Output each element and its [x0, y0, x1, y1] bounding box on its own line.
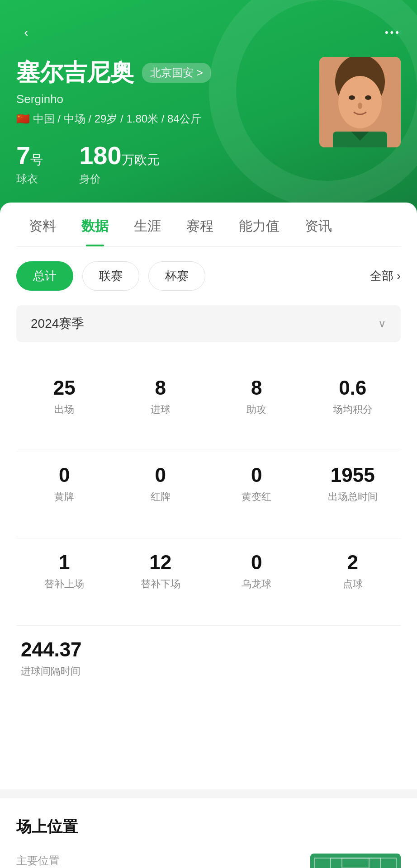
- field-position-section: 场上位置 主要位置 ST 前锋 二级位置 AM 进攻中场: [0, 798, 417, 868]
- filter-league[interactable]: 联赛: [82, 261, 139, 291]
- filter-total[interactable]: 总计: [16, 261, 73, 291]
- tabs-container: 资料 数据 生涯 赛程 能力值 资讯: [0, 203, 417, 247]
- primary-position-title: 主要位置: [16, 854, 283, 868]
- player-value-number: 180万欧元: [79, 141, 159, 170]
- stat-red-cards: 0 红牌: [113, 451, 209, 516]
- filter-cup[interactable]: 杯赛: [148, 261, 205, 291]
- stat-penalty: 2 点球: [305, 538, 401, 604]
- stat-yellow-cards: 0 黄牌: [16, 451, 113, 516]
- stat-avg-score: 0.6 场均积分: [305, 364, 401, 429]
- svg-rect-10: [331, 858, 380, 868]
- chevron-down-icon: ∨: [378, 317, 386, 330]
- stat-sub-on: 1 替补上场: [16, 538, 113, 604]
- player-name-cn: 塞尔吉尼奥: [16, 57, 134, 89]
- tab-career[interactable]: 生涯: [121, 203, 174, 246]
- jersey-stat: 7号 球衣: [16, 141, 43, 186]
- tab-profile[interactable]: 资料: [16, 203, 69, 246]
- season-text: 2024赛季: [31, 315, 84, 332]
- stat-total-time: 1955 出场总时间: [305, 451, 401, 516]
- stat-goal-interval: 244.37 进球间隔时间: [16, 626, 401, 691]
- position-row: 主要位置 ST 前锋 二级位置 AM 进攻中场: [16, 854, 401, 868]
- tab-ability[interactable]: 能力值: [226, 203, 292, 246]
- avatar-face: [319, 57, 401, 147]
- more-button[interactable]: •••: [385, 27, 401, 38]
- svg-rect-11: [342, 858, 369, 868]
- value-stat: 180万欧元 身价: [79, 141, 159, 186]
- value-label: 身价: [79, 172, 159, 186]
- team-badge[interactable]: 北京国安 >: [142, 63, 211, 83]
- season-selector[interactable]: 2024赛季 ∨: [16, 305, 401, 342]
- svg-point-4: [365, 95, 371, 100]
- player-left: 塞尔吉尼奥 北京国安 > Serginho 🇨🇳 中国 / 中场 / 29岁 /…: [16, 57, 310, 186]
- tabs: 资料 数据 生涯 赛程 能力值 资讯: [16, 203, 401, 247]
- svg-point-2: [338, 76, 382, 128]
- player-avatar: [319, 57, 401, 147]
- filter-row: 总计 联赛 杯赛 全部 ›: [16, 261, 401, 291]
- section-title-field-position: 场上位置: [16, 816, 401, 837]
- stats-grid-row3: 1 替补上场 12 替补下场 0 乌龙球 2 点球: [16, 538, 401, 604]
- filter-all[interactable]: 全部 ›: [370, 268, 401, 284]
- player-meta: 🇨🇳 中国 / 中场 / 29岁 / 1.80米 / 84公斤: [16, 112, 310, 126]
- svg-point-3: [349, 95, 355, 100]
- player-info-row: 塞尔吉尼奥 北京国安 > Serginho 🇨🇳 中国 / 中场 / 29岁 /…: [16, 57, 401, 186]
- jersey-number: 7号: [16, 141, 43, 170]
- player-name-en: Serginho: [16, 92, 310, 106]
- main-content: 总计 联赛 杯赛 全部 › 2024赛季 ∨ 25 出场 8 进球 8 助攻 0…: [0, 247, 417, 789]
- back-button[interactable]: ‹: [16, 23, 36, 42]
- stat-own-goal: 0 乌龙球: [208, 538, 305, 604]
- player-stats-row: 7号 球衣 180万欧元 身价: [16, 141, 310, 186]
- header-top-bar: ‹ •••: [16, 23, 401, 42]
- svg-rect-7: [315, 858, 396, 868]
- tab-schedule[interactable]: 赛程: [174, 203, 226, 246]
- stat-appearances: 25 出场: [16, 364, 113, 429]
- stats-grid-row1: 25 出场 8 进球 8 助攻 0.6 场均积分: [16, 364, 401, 429]
- positions-left: 主要位置 ST 前锋 二级位置 AM 进攻中场: [16, 854, 283, 868]
- stat-assists: 8 助攻: [208, 364, 305, 429]
- tab-data[interactable]: 数据: [69, 203, 121, 246]
- jersey-label: 球衣: [16, 172, 43, 186]
- stats-grid-row2: 0 黄牌 0 红牌 0 黄变红 1955 出场总时间: [16, 451, 401, 516]
- primary-position-column: 主要位置 ST 前锋: [16, 854, 283, 868]
- player-name-row: 塞尔吉尼奥 北京国安 >: [16, 57, 310, 89]
- field-map: [310, 854, 401, 868]
- svg-point-5: [358, 103, 362, 109]
- header: ‹ ••• 塞尔吉尼奥 北京国安 > Serginho 🇨🇳 中国 / 中场 /…: [0, 0, 417, 213]
- stat-sub-off: 12 替补下场: [113, 538, 209, 604]
- stat-goals: 8 进球: [113, 364, 209, 429]
- tab-news[interactable]: 资讯: [292, 203, 345, 246]
- stat-yellow-red: 0 黄变红: [208, 451, 305, 516]
